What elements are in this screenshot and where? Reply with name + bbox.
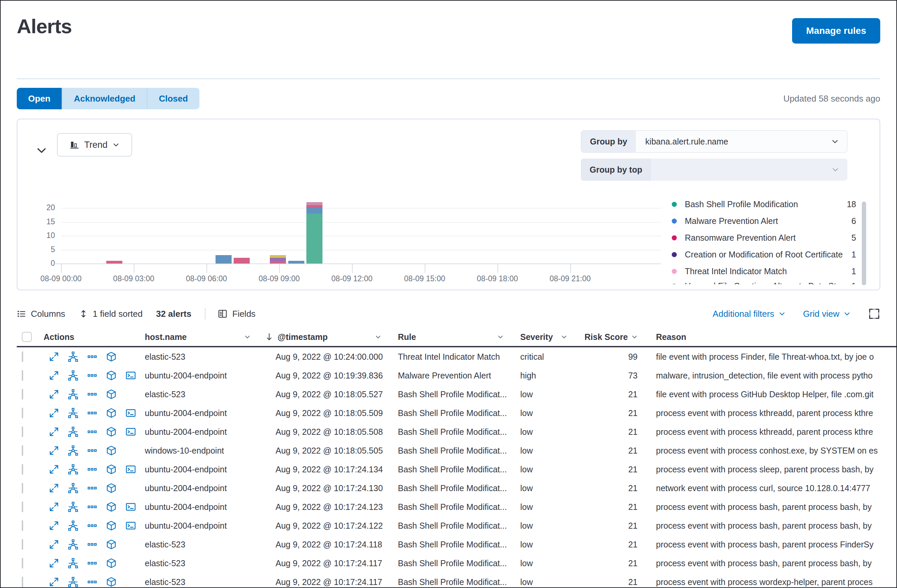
analyze-event-icon[interactable]: [106, 370, 117, 381]
row-actions: [35, 351, 136, 362]
status-tab-closed[interactable]: Closed: [147, 88, 199, 109]
expand-alert-icon[interactable]: [49, 446, 59, 456]
column-header-risk-score[interactable]: Risk Score: [572, 328, 643, 346]
open-session-view-icon[interactable]: [126, 370, 136, 381]
row-checkbox[interactable]: [22, 539, 23, 550]
expand-alert-icon[interactable]: [49, 371, 59, 380]
analyze-event-icon[interactable]: [106, 577, 117, 587]
fields-button[interactable]: Fields: [217, 309, 256, 319]
more-actions-icon[interactable]: [87, 408, 97, 418]
open-session-view-icon[interactable]: [126, 426, 136, 437]
legend-item[interactable]: Threat Intel Indicator Match1: [672, 263, 856, 280]
analyze-event-icon[interactable]: [106, 539, 117, 550]
column-header-severity[interactable]: Severity: [508, 328, 572, 346]
more-actions-icon[interactable]: [87, 577, 97, 587]
column-header-rule[interactable]: Rule: [386, 328, 508, 346]
investigate-in-timeline-icon[interactable]: [68, 502, 78, 512]
row-checkbox[interactable]: [22, 389, 23, 400]
legend-item[interactable]: Creation or Modification of Root Certifi…: [672, 246, 856, 263]
open-session-view-icon[interactable]: [126, 464, 136, 475]
expand-alert-icon[interactable]: [49, 521, 59, 531]
more-actions-icon[interactable]: [87, 371, 97, 380]
investigate-in-timeline-icon[interactable]: [68, 558, 78, 568]
column-header-timestamp[interactable]: @timestamp: [256, 328, 386, 346]
expand-alert-icon[interactable]: [49, 577, 59, 587]
more-actions-icon[interactable]: [87, 483, 97, 493]
investigate-in-timeline-icon[interactable]: [68, 370, 78, 381]
column-header-hostname[interactable]: host.name: [136, 328, 256, 346]
expand-alert-icon[interactable]: [49, 558, 59, 568]
investigate-in-timeline-icon[interactable]: [68, 351, 78, 362]
grid-view-button[interactable]: Grid view: [803, 309, 851, 319]
expand-alert-icon[interactable]: [49, 483, 59, 493]
open-session-view-icon[interactable]: [126, 502, 136, 512]
open-session-view-icon[interactable]: [126, 408, 136, 418]
chevron-down-icon: [778, 310, 786, 317]
legend-item[interactable]: Ransomware Prevention Alert5: [672, 229, 856, 246]
column-header-reason[interactable]: Reason: [643, 328, 896, 346]
status-tab-acknowledged[interactable]: Acknowledged: [62, 88, 147, 109]
row-checkbox[interactable]: [22, 577, 23, 587]
status-tab-open[interactable]: Open: [17, 88, 62, 109]
row-checkbox[interactable]: [22, 558, 23, 568]
row-checkbox[interactable]: [22, 408, 23, 418]
investigate-in-timeline-icon[interactable]: [68, 520, 78, 531]
more-actions-icon[interactable]: [87, 389, 97, 399]
sort-fields-button[interactable]: 1 field sorted: [79, 309, 143, 319]
legend-scrollbar[interactable]: [862, 202, 866, 285]
additional-filters-button[interactable]: Additional filters: [713, 309, 786, 319]
legend-item[interactable]: Malware Prevention Alert6: [672, 213, 856, 229]
risk-score-cell: 21: [572, 408, 643, 418]
analyze-event-icon[interactable]: [106, 351, 117, 362]
row-checkbox[interactable]: [22, 445, 23, 456]
more-actions-icon[interactable]: [87, 521, 97, 531]
analyze-event-icon[interactable]: [106, 483, 117, 493]
row-checkbox[interactable]: [22, 464, 23, 475]
more-actions-icon[interactable]: [87, 539, 97, 550]
manage-rules-button[interactable]: Manage rules: [792, 18, 880, 44]
more-actions-icon[interactable]: [87, 352, 97, 362]
open-session-view-icon[interactable]: [126, 520, 136, 531]
investigate-in-timeline-icon[interactable]: [68, 426, 78, 437]
investigate-in-timeline-icon[interactable]: [68, 389, 78, 400]
expand-alert-icon[interactable]: [49, 389, 59, 399]
more-actions-icon[interactable]: [87, 464, 97, 474]
expand-alert-icon[interactable]: [49, 539, 59, 550]
columns-button[interactable]: Columns: [17, 309, 65, 319]
analyze-event-icon[interactable]: [106, 558, 117, 568]
row-checkbox[interactable]: [22, 520, 23, 531]
analyze-event-icon[interactable]: [106, 520, 117, 531]
select-all-checkbox[interactable]: [22, 332, 32, 342]
investigate-in-timeline-icon[interactable]: [68, 445, 78, 456]
investigate-in-timeline-icon[interactable]: [68, 483, 78, 493]
more-actions-icon[interactable]: [87, 502, 97, 512]
legend-item[interactable]: Unusual File Creation - Alternate Data S…: [672, 280, 856, 284]
analyze-event-icon[interactable]: [106, 426, 117, 437]
expand-alert-icon[interactable]: [49, 408, 59, 418]
fullscreen-button[interactable]: [868, 308, 880, 320]
page-title: Alerts: [17, 15, 72, 38]
row-checkbox[interactable]: [22, 426, 23, 437]
analyze-event-icon[interactable]: [106, 445, 117, 456]
expand-alert-icon[interactable]: [49, 464, 59, 474]
analyze-event-icon[interactable]: [106, 502, 117, 512]
expand-alert-icon[interactable]: [49, 427, 59, 437]
investigate-in-timeline-icon[interactable]: [68, 539, 78, 550]
analyze-event-icon[interactable]: [106, 389, 117, 400]
row-checkbox[interactable]: [22, 483, 23, 493]
row-checkbox[interactable]: [22, 502, 23, 512]
row-checkbox[interactable]: [22, 370, 23, 381]
investigate-in-timeline-icon[interactable]: [68, 408, 78, 418]
more-actions-icon[interactable]: [87, 427, 97, 437]
legend-item[interactable]: Bash Shell Profile Modification18: [672, 196, 856, 213]
expand-alert-icon[interactable]: [49, 502, 59, 512]
investigate-in-timeline-icon[interactable]: [68, 577, 78, 587]
more-actions-icon[interactable]: [87, 446, 97, 456]
analyze-event-icon[interactable]: [106, 408, 117, 418]
row-actions: [35, 483, 136, 493]
row-checkbox[interactable]: [22, 351, 23, 362]
expand-alert-icon[interactable]: [49, 352, 59, 362]
analyze-event-icon[interactable]: [106, 464, 117, 475]
investigate-in-timeline-icon[interactable]: [68, 464, 78, 475]
more-actions-icon[interactable]: [87, 558, 97, 568]
